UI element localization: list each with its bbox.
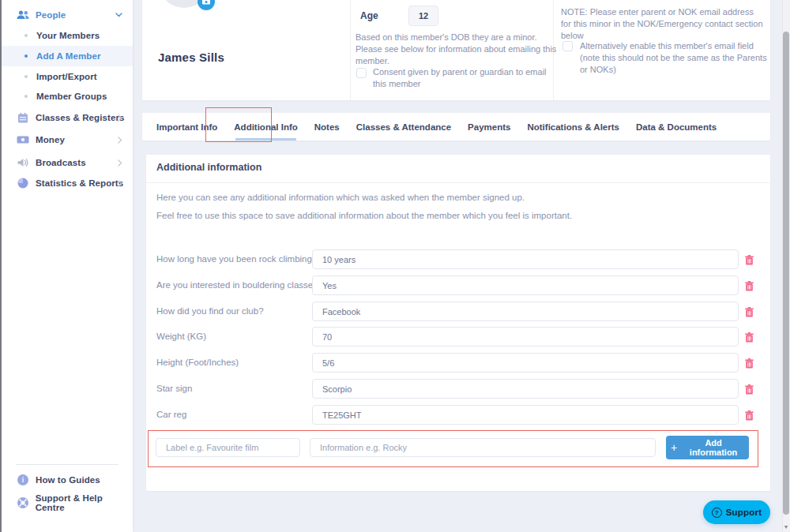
add-information-button[interactable]: + Add information (666, 436, 749, 459)
trash-icon (745, 307, 754, 317)
sidebar-item-label: Broadcasts (36, 158, 86, 167)
field-label: Height (Foot/Inches) (156, 353, 239, 373)
age-value-field[interactable]: 12 (408, 6, 438, 26)
member-profile-card: James Sills Age 12 Based on this member'… (142, 0, 770, 100)
panel-description-line: Here you can see any additional informat… (156, 193, 525, 202)
chevron-right-icon (118, 180, 122, 187)
sidebar-item-label: Money (36, 135, 65, 144)
field-value-input[interactable] (312, 405, 739, 425)
lifering-icon (16, 497, 30, 508)
tab-important-info[interactable]: Important Info (156, 113, 217, 140)
tab-additional-info[interactable]: Additional Info (234, 113, 297, 140)
sidebar-item-label: Your Members (36, 31, 100, 40)
alternative-email-checkbox[interactable] (562, 41, 573, 51)
field-row: Are you interested in bouldering classes… (146, 275, 770, 295)
field-label: Star sign (156, 379, 192, 399)
trash-icon (745, 384, 754, 395)
tab-data-documents[interactable]: Data & Documents (636, 113, 717, 140)
scrollbar-down-arrow-icon[interactable]: ▼ (782, 521, 790, 532)
trash-icon (745, 281, 754, 291)
sidebar-divider (16, 464, 118, 465)
trash-icon (745, 332, 754, 343)
chevron-right-icon (118, 137, 122, 144)
sidebar-item-classes-registers[interactable]: Classes & Registers (2, 107, 133, 128)
field-value-input[interactable] (312, 275, 739, 295)
field-label: Car reg (156, 405, 186, 425)
member-name: James Sills (158, 51, 224, 64)
field-row: Height (Foot/Inches) (146, 353, 770, 373)
field-value-input[interactable] (312, 379, 739, 399)
divider (350, 0, 351, 100)
question-icon: ? (712, 508, 722, 518)
people-icon (16, 10, 30, 20)
chevron-right-icon (118, 159, 122, 167)
bullet-icon (24, 34, 28, 37)
sidebar-item-broadcasts[interactable]: Broadcasts (2, 152, 133, 173)
sidebar-item-label: Classes & Registers (36, 113, 125, 122)
field-value-input[interactable] (312, 327, 739, 347)
age-label: Age (360, 10, 378, 21)
delete-field-button[interactable] (743, 409, 755, 421)
new-field-information-input[interactable] (310, 438, 656, 457)
tab-classes-attendance[interactable]: Classes & Attendance (356, 113, 451, 140)
delete-field-button[interactable] (743, 305, 755, 318)
additional-information-panel: Additional information Here you can see … (146, 155, 770, 491)
scrollbar-thumb[interactable] (783, 32, 789, 515)
add-information-button-label: Add information (683, 438, 744, 457)
sidebar-item-label: Support & Help Centre (36, 493, 133, 512)
sidebar-item-support-help-centre[interactable]: Support & Help Centre (2, 493, 133, 513)
sidebar-item-add-a-member[interactable]: Add A Member (2, 46, 133, 66)
delete-field-button[interactable] (743, 383, 755, 395)
support-button[interactable]: ? Support (703, 500, 770, 524)
field-value-input[interactable] (312, 353, 739, 373)
panel-title: Additional information (156, 162, 261, 173)
broadcast-icon (16, 158, 30, 167)
tab-notifications-alerts[interactable]: Notifications & Alerts (527, 113, 619, 140)
sidebar-item-import-export[interactable]: Import/Export (2, 66, 133, 87)
field-label: Weight (KG) (156, 327, 206, 347)
sidebar: People Your Members Add A Member Import/… (0, 0, 133, 532)
member-tabs: Important Info Additional Info Notes Cla… (142, 113, 770, 140)
sidebar-item-your-members[interactable]: Your Members (2, 25, 133, 46)
sidebar-item-label: How to Guides (36, 475, 100, 485)
sidebar-item-label: People (36, 10, 66, 20)
field-row: Star sign (146, 379, 770, 399)
bullet-icon (24, 54, 28, 58)
tab-notes[interactable]: Notes (314, 113, 340, 140)
field-label: How long have you been rock climbing? (156, 249, 317, 269)
sidebar-item-label: Add A Member (36, 51, 101, 61)
panel-description-line: Feel free to use this space to save addi… (156, 211, 572, 220)
new-field-label-input[interactable] (156, 438, 300, 457)
field-value-input[interactable] (312, 302, 739, 321)
sidebar-item-label: Statistics & Reports (36, 178, 123, 188)
delete-field-button[interactable] (743, 357, 755, 369)
field-row: Car reg (146, 405, 770, 425)
sidebar-item-people[interactable]: People (2, 5, 133, 25)
delete-field-button[interactable] (743, 331, 755, 343)
tab-payments[interactable]: Payments (468, 113, 510, 140)
edit-photo-badge[interactable] (198, 0, 215, 10)
calendar-icon (16, 112, 30, 123)
minor-notice: Based on this member's DOB they are a mi… (356, 32, 559, 67)
alternative-email-checkbox-label: Alternatively enable this member's email… (580, 40, 769, 76)
field-row: Weight (KG) (146, 327, 770, 347)
sidebar-item-money[interactable]: Money (2, 129, 133, 150)
consent-checkbox[interactable] (356, 68, 367, 78)
consent-checkbox-label: Consent given by parent or guardian to e… (373, 66, 553, 90)
chevron-down-icon (115, 13, 122, 17)
trash-icon (745, 255, 754, 265)
sidebar-item-statistics-reports[interactable]: Statistics & Reports (2, 173, 133, 193)
field-value-input[interactable] (312, 249, 739, 269)
pie-chart-icon (16, 178, 30, 189)
sidebar-item-member-groups[interactable]: Member Groups (2, 86, 133, 107)
delete-field-button[interactable] (743, 253, 755, 266)
plus-icon: + (671, 442, 677, 453)
delete-field-button[interactable] (743, 279, 755, 292)
sidebar-item-how-to-guides[interactable]: i How to Guides (2, 470, 133, 490)
bullet-icon (24, 95, 28, 98)
sidebar-item-label: Member Groups (36, 92, 107, 101)
bullet-icon (24, 75, 28, 78)
trash-icon (745, 358, 754, 369)
money-icon (16, 135, 30, 144)
nok-note: NOTE: Please enter parent or NOK email a… (561, 6, 765, 42)
